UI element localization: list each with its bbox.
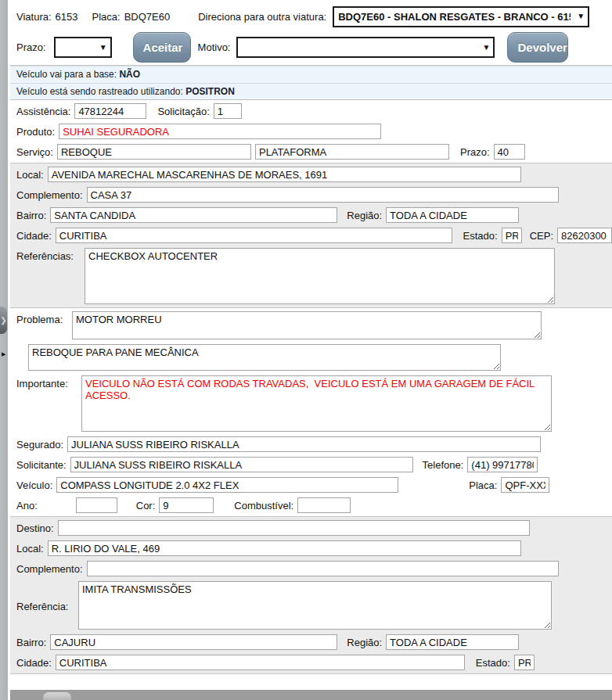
destino-bairro-label: Bairro: bbox=[16, 637, 46, 648]
panel-expand-handle[interactable]: ❯ bbox=[0, 307, 7, 334]
motivo-select[interactable] bbox=[236, 37, 495, 58]
base-info-bar: Veículo vai para a base: NÃO bbox=[10, 66, 612, 83]
solicitacao-input[interactable] bbox=[214, 103, 242, 119]
servico-input-1[interactable] bbox=[57, 144, 251, 160]
viatura-value: 6153 bbox=[56, 11, 78, 23]
problem-section: Problema: MOTOR MORREU REBOQUE PARA PANE… bbox=[10, 308, 612, 516]
ano-label: Ano: bbox=[16, 500, 38, 512]
complemento-label: Complemento: bbox=[16, 189, 83, 201]
solicitante-input[interactable] bbox=[70, 457, 413, 472]
placa-label: Placa: bbox=[92, 11, 121, 23]
destino-regiao-label: Região: bbox=[347, 637, 382, 648]
referencias-label: Referências: bbox=[16, 248, 81, 262]
combustivel-input[interactable] bbox=[297, 497, 351, 513]
direciona-select[interactable]: BDQ7E60 - SHALON RESGATES - BRANCO - 615… bbox=[333, 6, 589, 27]
destino-cidade-input[interactable] bbox=[56, 655, 465, 670]
combustivel-label: Combustível: bbox=[234, 500, 293, 512]
devolver-button[interactable]: Devolver bbox=[507, 32, 568, 63]
cep-label: CEP: bbox=[530, 230, 553, 242]
destino-local-label: Local: bbox=[16, 543, 44, 555]
destino-estado-label: Estado: bbox=[476, 657, 510, 669]
servico-input-2[interactable] bbox=[255, 144, 449, 160]
left-collapse-strip bbox=[0, 0, 8, 700]
bairro-label: Bairro: bbox=[16, 210, 46, 221]
telefone-label: Telefone: bbox=[423, 459, 464, 471]
dispatch-form: Viatura: 6153 Placa: BDQ7E60 Direciona p… bbox=[10, 0, 612, 674]
tracking-info-bar: Veículo está sendo rastreado utilizando:… bbox=[10, 83, 612, 100]
destino-local-input[interactable] bbox=[48, 540, 521, 556]
cor-input[interactable] bbox=[159, 497, 214, 513]
complemento-input[interactable] bbox=[87, 187, 559, 203]
destino-input[interactable] bbox=[58, 520, 530, 536]
viatura-label: Viatura: bbox=[16, 11, 52, 23]
telefone-input[interactable] bbox=[467, 457, 538, 472]
aceitar-button[interactable]: Aceitar bbox=[133, 32, 191, 63]
base-info-label: Veículo vai para a base: bbox=[16, 69, 117, 80]
servico-label: Serviço: bbox=[16, 146, 53, 158]
estado-input[interactable] bbox=[502, 228, 522, 243]
tracking-info-label: Veículo está sendo rastreado utilizando: bbox=[16, 86, 183, 97]
motivo-label: Motivo: bbox=[198, 41, 231, 53]
solicitante-label: Solicitante: bbox=[16, 459, 67, 471]
segurado-input[interactable] bbox=[67, 436, 541, 452]
destino-complemento-label: Complemento: bbox=[16, 563, 83, 575]
ano-input[interactable] bbox=[76, 497, 117, 513]
placa-veiculo-label: Placa: bbox=[469, 479, 497, 491]
prazo-servico-input[interactable] bbox=[494, 144, 525, 160]
direciona-label: Direciona para outra viatura: bbox=[198, 11, 326, 23]
importante-label: Importante: bbox=[16, 375, 77, 389]
prazo-servico-label: Prazo: bbox=[460, 146, 490, 158]
origin-section: Local: Complemento: Bairro: Região: Cida… bbox=[10, 163, 612, 308]
problema-label: Problema: bbox=[16, 311, 68, 325]
referencias-textarea[interactable]: CHECKBOX AUTOCENTER bbox=[85, 248, 555, 304]
destino-regiao-input[interactable] bbox=[386, 634, 519, 650]
cidade-label: Cidade: bbox=[16, 230, 52, 242]
prazo-select[interactable] bbox=[54, 37, 112, 58]
assistance-section: Assistência: Solicitação: Produto: Servi… bbox=[10, 100, 612, 163]
cidade-input[interactable] bbox=[56, 228, 452, 243]
estado-label: Estado: bbox=[463, 230, 498, 242]
destino-referencia-label: Referência: bbox=[16, 598, 74, 612]
panel-expand-icon: ❯ bbox=[0, 316, 6, 325]
header: Viatura: 6153 Placa: BDQ7E60 Direciona p… bbox=[10, 0, 612, 66]
panel-arrow-icon[interactable]: ▶ bbox=[2, 351, 5, 357]
destination-section: Destino: Local: Complemento: Referência:… bbox=[10, 516, 612, 674]
destino-label: Destino: bbox=[16, 522, 54, 534]
tracking-info-value: POSITRON bbox=[185, 86, 235, 97]
problema-extra-textarea[interactable]: REBOQUE PARA PANE MECÂNICA bbox=[28, 344, 501, 371]
bairro-input[interactable] bbox=[50, 207, 337, 223]
segurado-label: Segurado: bbox=[16, 439, 63, 451]
destino-referencia-textarea[interactable]: IMITA TRANSMISSÕES bbox=[78, 581, 552, 630]
assistencia-label: Assistência: bbox=[16, 106, 70, 117]
bottom-bar bbox=[10, 690, 612, 700]
assistencia-input[interactable] bbox=[74, 103, 146, 119]
local-input[interactable] bbox=[48, 167, 521, 182]
veiculo-label: Veículo: bbox=[16, 479, 52, 491]
local-label: Local: bbox=[16, 169, 44, 181]
produto-input[interactable] bbox=[59, 124, 381, 139]
produto-label: Produto: bbox=[16, 126, 55, 138]
regiao-input[interactable] bbox=[386, 207, 519, 223]
cep-input[interactable] bbox=[557, 228, 612, 243]
solicitacao-label: Solicitação: bbox=[157, 106, 209, 117]
regiao-label: Região: bbox=[347, 210, 382, 221]
veiculo-input[interactable] bbox=[56, 477, 398, 493]
cor-label: Cor: bbox=[136, 500, 156, 512]
destino-cidade-label: Cidade: bbox=[16, 657, 52, 669]
placa-value: BDQ7E60 bbox=[124, 11, 171, 23]
importante-textarea[interactable]: VEICULO NÃO ESTÁ COM RODAS TRAVADAS, VEI… bbox=[81, 375, 552, 432]
destino-bairro-input[interactable] bbox=[50, 634, 337, 650]
prazo-label: Prazo: bbox=[16, 41, 46, 53]
destino-complemento-input[interactable] bbox=[87, 561, 559, 576]
destino-estado-input[interactable] bbox=[514, 655, 535, 670]
placa-veiculo-input[interactable] bbox=[501, 477, 549, 493]
bottom-partial-button[interactable] bbox=[43, 692, 71, 700]
problema-textarea[interactable]: MOTOR MORREU bbox=[72, 311, 542, 339]
base-info-value: NÃO bbox=[119, 69, 140, 80]
